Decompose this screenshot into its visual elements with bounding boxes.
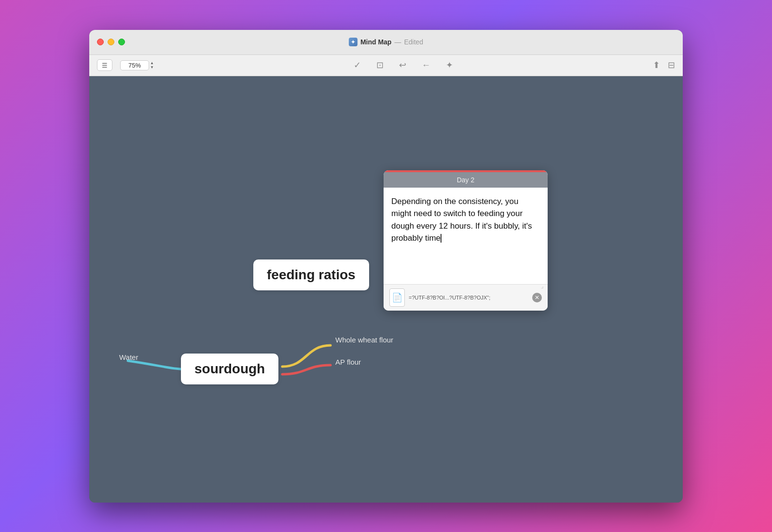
back-icon[interactable]: ←: [422, 60, 430, 70]
note-header: Day 2: [384, 170, 548, 188]
expand-icon[interactable]: ✦: [446, 60, 453, 70]
feeding-ratios-label: feeding ratios: [267, 267, 356, 283]
zoom-stepper[interactable]: ▲ ▼: [150, 61, 154, 69]
text-cursor: [441, 234, 441, 243]
note-popup[interactable]: Day 2 Depending on the consistency, you …: [384, 170, 548, 311]
note-body[interactable]: Depending on the consistency, you might …: [384, 188, 548, 284]
minimize-button[interactable]: [108, 39, 114, 45]
undo-icon[interactable]: ↩: [399, 60, 406, 70]
sidebar-icon: ☰: [102, 62, 108, 69]
node-sourdough[interactable]: sourdough: [181, 354, 278, 384]
sidebar-toggle-button[interactable]: ☰: [97, 59, 112, 71]
branch-label-water: Water: [119, 353, 138, 361]
resize-handle[interactable]: ⌟: [541, 283, 544, 289]
note-content: Depending on the consistency, you might …: [391, 197, 532, 243]
canvas[interactable]: feeding ratios Day 1: 1:1 Day 2 sourdoug…: [89, 76, 683, 503]
sourdough-label: sourdough: [194, 361, 265, 377]
attachment-text: =?UTF-8?B?OI...?UTF-8?B?OJX";: [409, 295, 528, 300]
zoom-control: 75% ▲ ▼: [120, 60, 154, 70]
app-icon-label: ✦: [351, 39, 355, 45]
zoom-up-arrow[interactable]: ▲: [150, 61, 154, 65]
node-feeding-ratios[interactable]: feeding ratios: [253, 259, 369, 290]
check-icon[interactable]: ✓: [354, 60, 361, 70]
window-status: —: [394, 38, 401, 46]
app-icon: ✦: [349, 38, 358, 46]
zoom-down-arrow[interactable]: ▼: [150, 66, 154, 69]
maximize-button[interactable]: [118, 39, 125, 45]
main-window: ✦ Mind Map — Edited ☰ 75% ▲ ▼ ✓ ⊡ ↩ ← ✦ …: [89, 30, 683, 503]
share-icon[interactable]: ⬆: [653, 60, 660, 70]
window-edited-label: Edited: [404, 38, 423, 46]
titlebar-center: ✦ Mind Map — Edited: [349, 38, 423, 46]
window-title: Mind Map: [360, 38, 392, 46]
zoom-value[interactable]: 75%: [120, 60, 149, 70]
titlebar: ✦ Mind Map — Edited: [89, 30, 683, 55]
image-icon[interactable]: ⊡: [376, 60, 384, 70]
attachment-icon: 📄: [389, 288, 405, 307]
branch-label-whole-wheat: Whole wheat flour: [335, 336, 393, 344]
branch-label-ap-flour: AP flour: [335, 358, 361, 366]
panel-icon[interactable]: ⊟: [668, 60, 675, 70]
attachment-close-button[interactable]: ✕: [532, 293, 542, 302]
note-attachment: 📄 =?UTF-8?B?OI...?UTF-8?B?OJX"; ✕: [384, 284, 548, 311]
toolbar: ☰ 75% ▲ ▼ ✓ ⊡ ↩ ← ✦ ⬆ ⊟: [89, 55, 683, 76]
traffic-lights: [97, 39, 125, 45]
note-title: Day 2: [457, 176, 475, 184]
toolbar-right: ⬆ ⊟: [653, 60, 675, 70]
toolbar-center: ✓ ⊡ ↩ ← ✦: [158, 60, 649, 70]
close-button[interactable]: [97, 39, 104, 45]
